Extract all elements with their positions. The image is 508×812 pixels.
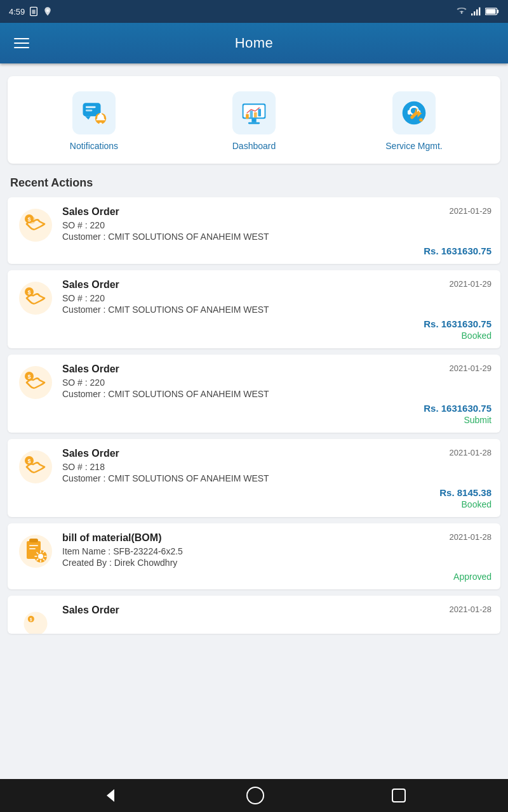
notifications-icon (81, 100, 107, 126)
action-card-2[interactable]: $ Sales Order 2021-01-29 SO # : 220 Cust… (8, 355, 500, 433)
service-mgmt-icon-wrap (392, 91, 436, 134)
battery-icon (485, 8, 499, 15)
svg-point-16 (99, 122, 102, 124)
card-so-3: SO # : 218 (62, 462, 491, 472)
bom-icon-4 (18, 534, 53, 569)
card-customer-2: Customer : CMIT SOLUTIONS OF ANAHEIM WES… (62, 389, 491, 399)
card-body-3: Sales Order 2021-01-28 SO # : 218 Custom… (62, 448, 491, 509)
card-title-4: bill of material(BOM) (62, 532, 161, 544)
svg-rect-21 (246, 114, 249, 119)
svg-rect-23 (254, 112, 257, 117)
svg-rect-9 (486, 9, 495, 14)
svg-marker-53 (107, 789, 114, 802)
card-body-4: bill of material(BOM) 2021-01-28 Item Na… (62, 532, 491, 582)
card-amount-0: Rs. 1631630.75 (424, 246, 491, 256)
card-footer-3: Rs. 8145.38 Booked (62, 487, 491, 509)
svg-point-30 (19, 209, 52, 242)
card-date-4: 2021-01-28 (450, 532, 492, 542)
svg-point-50 (23, 612, 47, 634)
svg-rect-1 (32, 10, 36, 14)
card-icon-3: $ (17, 448, 55, 486)
service-mgmt-label: Service Mgmt. (385, 141, 442, 151)
card-body-2: Sales Order 2021-01-29 SO # : 220 Custom… (62, 363, 491, 425)
sales-order-icon-0: $ (18, 207, 53, 243)
hamburger-button[interactable] (10, 34, 33, 52)
svg-rect-27 (408, 110, 411, 114)
svg-text:$: $ (27, 458, 30, 464)
card-header-row-1: Sales Order 2021-01-29 (62, 279, 491, 291)
card-title-3: Sales Order (62, 448, 119, 459)
svg-rect-45 (29, 539, 38, 542)
card-body-1: Sales Order 2021-01-29 SO # : 220 Custom… (62, 279, 491, 341)
hamburger-line-1 (14, 38, 29, 39)
action-card-1[interactable]: $ Sales Order 2021-01-29 SO # : 220 Cust… (8, 270, 500, 348)
svg-rect-3 (471, 13, 472, 15)
card-customer-1: Customer : CMIT SOLUTIONS OF ANAHEIM WES… (62, 304, 491, 315)
svg-point-29 (419, 118, 423, 122)
card-title-5: Sales Order (62, 605, 119, 616)
back-button[interactable] (102, 787, 119, 804)
svg-rect-47 (29, 548, 36, 549)
svg-rect-55 (392, 789, 405, 802)
sales-order-icon-5: $ (23, 611, 48, 634)
svg-text:$: $ (27, 216, 30, 223)
card-amount-2: Rs. 1631630.75 (424, 403, 491, 414)
svg-rect-15 (100, 113, 102, 115)
action-card-partial-5[interactable]: $ Sales Order 2021-01-28 (8, 596, 500, 634)
quick-action-service-mgmt[interactable]: Service Mgmt. (334, 91, 494, 151)
dashboard-icon-wrap (232, 91, 276, 134)
svg-text:$: $ (27, 374, 30, 380)
status-time: 4:59 (9, 7, 25, 16)
recents-square-icon (391, 788, 406, 803)
card-date-5: 2021-01-28 (450, 605, 492, 614)
action-card-3[interactable]: $ Sales Order 2021-01-28 SO # : 218 Cust… (8, 439, 500, 517)
card-footer-4: Approved (62, 572, 491, 582)
card-status-1: Booked (462, 331, 491, 341)
card-so-4: Item Name : SFB-23224-6x2.5 (62, 546, 491, 556)
card-amount-1: Rs. 1631630.75 (424, 318, 491, 329)
card-footer-1: Rs. 1631630.75 Booked (62, 318, 491, 341)
card-header-row-4: bill of material(BOM) 2021-01-28 (62, 532, 491, 544)
card-date-1: 2021-01-29 (450, 279, 492, 289)
svg-text:$: $ (27, 289, 30, 296)
action-card-4[interactable]: bill of material(BOM) 2021-01-28 Item Na… (8, 523, 500, 589)
page-title: Home (235, 35, 274, 51)
signal-icon (471, 7, 481, 16)
status-bar: 4:59 (0, 0, 508, 23)
action-card-0[interactable]: $ Sales Order 2021-01-29 SO # : 220 Cust… (8, 197, 500, 264)
main-content: Notifications (0, 63, 508, 779)
card-icon-5: $ (17, 605, 55, 634)
card-status-2: Submit (464, 415, 491, 425)
card-header-row-2: Sales Order 2021-01-29 (62, 363, 491, 375)
home-button[interactable] (246, 787, 264, 804)
card-customer-4: Created By : Direk Chowdhry (62, 558, 491, 568)
recent-actions-title: Recent Actions (8, 176, 500, 190)
card-icon-2: $ (17, 363, 55, 402)
card-amount-3: Rs. 8145.38 (439, 487, 491, 498)
card-date-0: 2021-01-29 (450, 206, 492, 216)
sim-icon (29, 6, 39, 16)
svg-rect-4 (474, 11, 475, 15)
notifications-label: Notifications (70, 141, 118, 151)
sales-order-icon-2: $ (18, 365, 53, 400)
sales-order-icon-1: $ (18, 280, 53, 316)
card-status-4: Approved (453, 572, 491, 582)
sales-order-icon-3: $ (18, 449, 53, 485)
quick-actions-bar: Notifications (8, 76, 500, 164)
card-so-1: SO # : 220 (62, 293, 491, 303)
svg-rect-20 (248, 122, 260, 124)
card-so-2: SO # : 220 (62, 377, 491, 388)
quick-action-dashboard[interactable]: Dashboard (174, 91, 334, 151)
svg-point-34 (19, 282, 52, 315)
svg-rect-46 (29, 545, 38, 546)
quick-action-notifications[interactable]: Notifications (14, 91, 174, 151)
recents-button[interactable] (391, 788, 406, 803)
card-footer-2: Rs. 1631630.75 Submit (62, 403, 491, 425)
card-body-5: Sales Order 2021-01-28 (62, 605, 491, 619)
card-date-3: 2021-01-28 (450, 448, 492, 457)
svg-text:$: $ (30, 617, 32, 622)
card-header-row-3: Sales Order 2021-01-28 (62, 448, 491, 459)
card-icon-0: $ (17, 206, 55, 244)
svg-rect-22 (250, 110, 253, 117)
svg-point-40 (19, 450, 52, 483)
